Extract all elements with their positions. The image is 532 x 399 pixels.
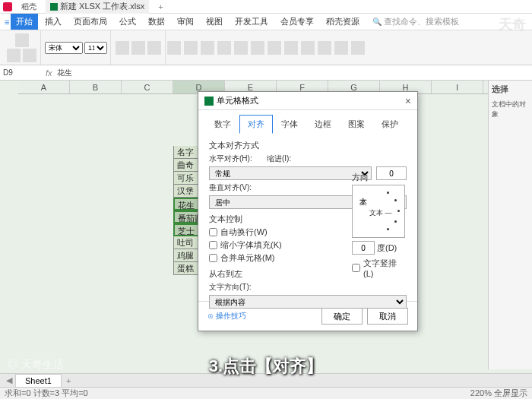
document-name: 新建 XLSX 工作表.xlsx xyxy=(60,1,144,12)
new-tab-button[interactable]: + xyxy=(154,2,167,11)
pane-title: 选择 xyxy=(492,84,529,95)
menu-resource[interactable]: 稻壳资源 xyxy=(321,14,365,30)
dialog-body: 文本对齐方式 水平对齐(H): 缩进(I): 常规 垂直对齐(V): 居中 文本… xyxy=(198,134,417,301)
document-tab[interactable]: 新建 XLSX 工作表.xlsx xyxy=(46,0,149,14)
ribbon-misc-icon[interactable] xyxy=(318,41,331,55)
paste-icon[interactable] xyxy=(15,33,29,47)
cell-reference[interactable]: D9 xyxy=(3,68,41,77)
align-center-icon[interactable] xyxy=(131,41,145,55)
col-header[interactable]: I xyxy=(432,81,483,93)
ribbon-misc-icon[interactable] xyxy=(217,41,231,55)
v-align-label: 垂直对齐(V): xyxy=(209,182,262,193)
pane-subtitle: 文档中的对象 xyxy=(492,100,529,119)
vertical-text-label: 文字竖排(L) xyxy=(363,258,407,278)
title-bar: 稻壳 新建 XLSX 工作表.xlsx + xyxy=(0,0,532,14)
formula-bar: D9 fx 花生 xyxy=(0,65,532,81)
app-menu-icon[interactable]: ≡ xyxy=(5,17,9,27)
col-header[interactable]: B xyxy=(70,81,122,93)
menu-start[interactable]: 开始 xyxy=(11,14,38,30)
h-align-label: 水平对齐(H): xyxy=(209,154,262,164)
status-right: 全屏显示 xyxy=(494,388,527,397)
selection-pane: 选择 文档中的对象 xyxy=(488,81,532,369)
xlsx-icon xyxy=(50,3,58,11)
ribbon-misc-icon[interactable] xyxy=(284,41,298,55)
ribbon-misc-icon[interactable] xyxy=(184,41,198,55)
tutorial-caption: 3.点击【对齐】 xyxy=(0,355,532,378)
fx-icon[interactable]: fx xyxy=(46,68,52,78)
wrap-checkbox[interactable] xyxy=(209,228,217,236)
status-bar: 求和=0 计数=3 平均=0 220% 全屏显示 xyxy=(0,387,532,399)
align-left-icon[interactable] xyxy=(116,41,129,55)
tab-font[interactable]: 字体 xyxy=(273,115,306,134)
dialog-title-text: 单元格格式 xyxy=(217,95,258,106)
menu-dev[interactable]: 开发工具 xyxy=(230,14,274,30)
ribbon-misc-icon[interactable] xyxy=(268,41,281,55)
ribbon-misc-icon[interactable] xyxy=(251,41,264,55)
tips-link[interactable]: ⊙ 操作技巧 xyxy=(207,311,246,321)
orientation-group: 方向 文本 文本 — 度(D) 文字竖排(L) xyxy=(352,172,407,280)
menu-bar: ≡ 开始 插入 页面布局 公式 数据 审阅 视图 开发工具 会员专享 稻壳资源 … xyxy=(0,14,532,30)
merge-label: 合并单元格(M) xyxy=(220,252,275,264)
direction-select[interactable]: 根据内容 xyxy=(209,295,407,309)
menu-layout[interactable]: 页面布局 xyxy=(68,14,112,30)
ribbon-misc-icon[interactable] xyxy=(201,41,214,55)
ribbon-misc-icon[interactable] xyxy=(334,41,348,55)
status-left: 求和=0 计数=3 平均=0 xyxy=(5,388,88,399)
tab-pattern[interactable]: 图案 xyxy=(340,115,373,134)
ribbon-misc-icon[interactable] xyxy=(167,41,181,55)
ribbon-misc-icon[interactable] xyxy=(234,41,248,55)
align-right-icon[interactable] xyxy=(147,41,161,55)
menu-member[interactable]: 会员专享 xyxy=(275,14,319,30)
ribbon-font: 宋体 11 xyxy=(42,30,111,65)
section-orient-label: 方向 xyxy=(352,172,407,183)
dialog-tabs: 数字 对齐 字体 边框 图案 保护 xyxy=(198,110,417,134)
cell-format-dialog: 单元格格式 × 数字 对齐 字体 边框 图案 保护 文本对齐方式 水平对齐(H)… xyxy=(198,91,418,331)
direction-label: 文字方向(T): xyxy=(209,282,262,293)
orient-sample: 文本 — xyxy=(369,208,392,218)
menu-data[interactable]: 数据 xyxy=(143,14,170,30)
app-tab[interactable]: 稻壳 xyxy=(17,0,41,14)
cut-icon[interactable] xyxy=(7,49,21,62)
tab-number[interactable]: 数字 xyxy=(206,115,239,134)
watermark: 天奇 xyxy=(499,15,526,33)
shrink-label: 缩小字体填充(K) xyxy=(220,239,282,251)
size-select[interactable]: 11 xyxy=(84,42,107,54)
tab-align[interactable]: 对齐 xyxy=(239,115,273,134)
degree-spinner[interactable] xyxy=(352,241,375,255)
h-align-select[interactable]: 常规 xyxy=(209,166,372,180)
degree-label: 度(D) xyxy=(377,242,397,254)
search-hint[interactable]: 🔍 查找命令、搜索模板 xyxy=(372,16,459,27)
ribbon-misc-icon[interactable] xyxy=(301,41,315,55)
ribbon: 宋体 11 xyxy=(0,30,532,65)
indent-label: 缩进(I): xyxy=(267,154,291,164)
wrap-label: 自动换行(W) xyxy=(220,226,268,238)
close-icon[interactable]: × xyxy=(405,95,411,107)
shrink-checkbox[interactable] xyxy=(209,241,217,249)
ribbon-misc-icon[interactable] xyxy=(351,41,365,55)
font-select[interactable]: 宋体 xyxy=(45,42,83,54)
app-logo-icon xyxy=(3,2,12,11)
ok-button[interactable]: 确定 xyxy=(321,308,363,325)
cancel-button[interactable]: 取消 xyxy=(367,308,408,325)
dialog-titlebar: 单元格格式 × xyxy=(198,92,417,110)
ribbon-align xyxy=(112,30,166,65)
menu-review[interactable]: 审阅 xyxy=(172,14,199,30)
copy-icon[interactable] xyxy=(23,49,36,62)
menu-insert[interactable]: 插入 xyxy=(40,14,67,30)
col-header[interactable]: A xyxy=(18,81,70,93)
col-header[interactable]: C xyxy=(122,81,173,93)
tab-protect[interactable]: 保护 xyxy=(373,115,407,134)
dialog-icon xyxy=(204,97,214,106)
merge-checkbox[interactable] xyxy=(209,254,217,262)
section-align-label: 文本对齐方式 xyxy=(209,140,407,151)
zoom-level[interactable]: 220% xyxy=(470,388,492,397)
menu-formula[interactable]: 公式 xyxy=(114,14,141,30)
orientation-preview[interactable]: 文本 文本 — xyxy=(352,185,405,238)
ribbon-clipboard xyxy=(3,30,41,65)
formula-content[interactable]: 花生 xyxy=(57,68,72,78)
menu-view[interactable]: 视图 xyxy=(201,14,228,30)
tab-border[interactable]: 边框 xyxy=(306,115,340,134)
vertical-text-checkbox[interactable] xyxy=(352,264,360,272)
